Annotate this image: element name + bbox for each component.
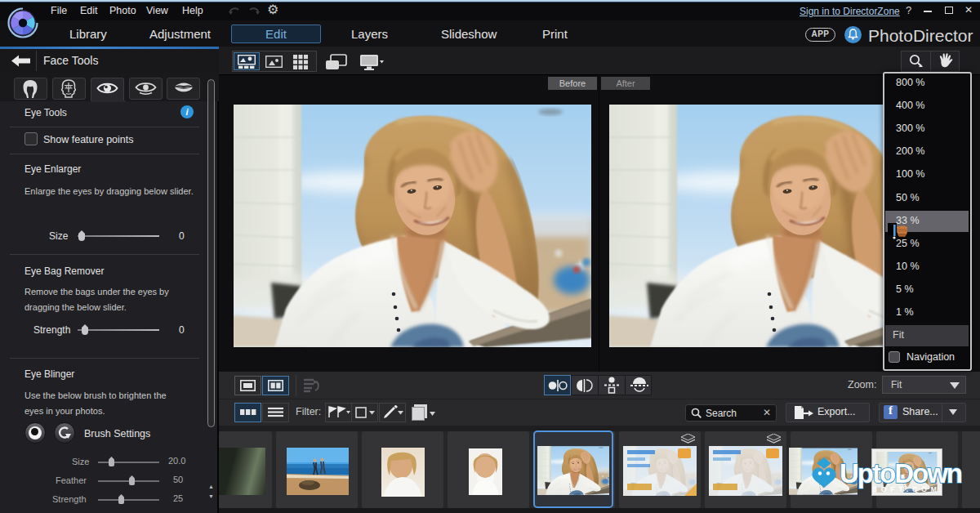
- svg-text:UptoDown: UptoDown: [840, 458, 962, 488]
- svg-text:SOFT.COM: SOFT.COM: [872, 485, 941, 493]
